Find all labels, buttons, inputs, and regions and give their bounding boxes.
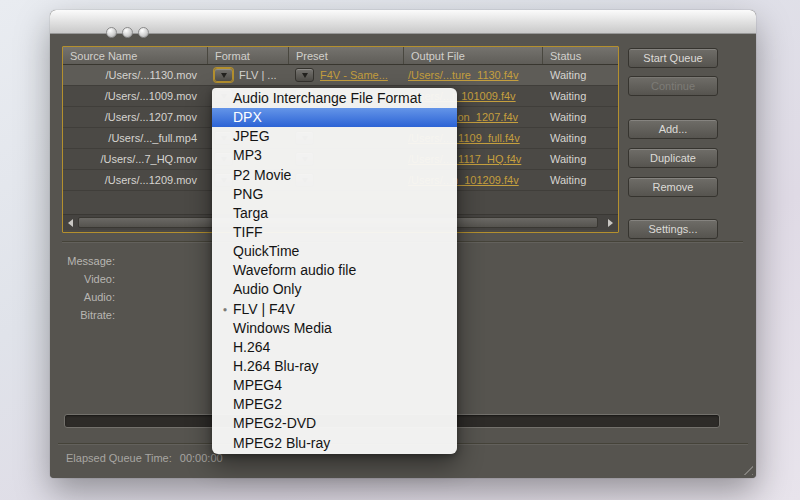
- format-menu-item-label: Targa: [233, 205, 268, 221]
- format-menu-item-label: Audio Interchange File Format: [233, 90, 421, 106]
- add-button[interactable]: Add...: [628, 119, 718, 139]
- format-menu-item-label: PNG: [233, 186, 263, 202]
- format-menu-item-label: MPEG2 Blu-ray: [233, 435, 330, 451]
- elapsed-queue-time: Elapsed Queue Time:00:00:00: [66, 452, 223, 464]
- column-header-preset[interactable]: Preset: [288, 47, 403, 64]
- format-menu-item-label: MP3: [233, 147, 262, 163]
- preset-cell: F4V - Same...: [288, 65, 403, 85]
- format-menu-item[interactable]: Windows Media: [212, 319, 457, 338]
- format-menu-item[interactable]: MPEG4: [212, 376, 457, 395]
- start-queue-button[interactable]: Start Queue: [628, 48, 718, 68]
- format-menu-item-label: FLV | F4V: [233, 301, 295, 317]
- format-menu-item-label: H.264: [233, 339, 270, 355]
- preset-dropdown-button[interactable]: [295, 68, 314, 82]
- titlebar[interactable]: [50, 10, 756, 34]
- audio-label: Audio:: [60, 291, 115, 303]
- elapsed-label: Elapsed Queue Time:: [66, 452, 172, 464]
- column-header-output-file[interactable]: Output File: [403, 47, 542, 64]
- format-menu-item-label: H.264 Blu-ray: [233, 358, 319, 374]
- minimize-button[interactable]: [122, 27, 133, 38]
- format-menu-item[interactable]: PNG: [212, 185, 457, 204]
- format-menu-item-label: MPEG2: [233, 396, 282, 412]
- format-menu-item[interactable]: Audio Only: [212, 280, 457, 299]
- format-menu-item[interactable]: DPX: [212, 108, 457, 127]
- format-menu-item[interactable]: FLV | F4V: [212, 300, 457, 319]
- format-cell: FLV | ...: [207, 65, 288, 85]
- format-menu-item[interactable]: JPEG: [212, 127, 457, 146]
- chevron-down-icon: [221, 73, 227, 78]
- format-menu-item[interactable]: H.264 Blu-ray: [212, 357, 457, 376]
- message-label: Message:: [60, 255, 115, 267]
- format-dropdown-button[interactable]: [214, 68, 233, 82]
- column-header-status[interactable]: Status: [542, 47, 618, 64]
- scroll-left-arrow-icon[interactable]: [64, 216, 77, 230]
- source-name-cell: /Users/...1209.mov: [63, 170, 207, 190]
- format-menu-item[interactable]: QuickTime: [212, 242, 457, 261]
- duplicate-button[interactable]: Duplicate: [628, 148, 718, 168]
- current-format-bullet: [218, 300, 232, 321]
- format-menu-item-label: Audio Only: [233, 281, 301, 297]
- table-header: Source Name Format Preset Output File St…: [63, 47, 618, 65]
- close-button[interactable]: [106, 27, 117, 38]
- format-menu-item-label: QuickTime: [233, 243, 299, 259]
- format-menu-item-label: JPEG: [233, 128, 270, 144]
- format-menu-item[interactable]: Targa: [212, 204, 457, 223]
- output-file-link[interactable]: /Users/...ture_1130.f4v: [408, 69, 518, 81]
- format-menu-item[interactable]: TIFF: [212, 223, 457, 242]
- format-menu-item-label: MPEG4: [233, 377, 282, 393]
- source-name-cell: /Users/...1130.mov: [63, 65, 207, 85]
- format-menu-item-label: MPEG2-DVD: [233, 415, 316, 431]
- output-file-cell: /Users/...ture_1130.f4v: [403, 65, 542, 85]
- status-cell: Waiting: [542, 107, 618, 127]
- video-label: Video:: [60, 273, 115, 285]
- status-cell: Waiting: [542, 128, 618, 148]
- zoom-button[interactable]: [138, 27, 149, 38]
- media-encoder-window: Source Name Format Preset Output File St…: [50, 10, 756, 478]
- continue-button: Continue: [628, 76, 718, 96]
- format-menu-item-label: Windows Media: [233, 320, 332, 336]
- desktop: Source Name Format Preset Output File St…: [0, 0, 800, 500]
- settings-button[interactable]: Settings...: [628, 219, 718, 239]
- scroll-right-arrow-icon[interactable]: [604, 216, 617, 230]
- format-menu-item-label: P2 Movie: [233, 167, 291, 183]
- remove-button[interactable]: Remove: [628, 177, 718, 197]
- format-menu-item[interactable]: H.264: [212, 338, 457, 357]
- bitrate-label: Bitrate:: [60, 309, 115, 321]
- format-dropdown-menu: Audio Interchange File Format DPX JPEG M…: [212, 88, 457, 454]
- format-menu-item[interactable]: Audio Interchange File Format: [212, 89, 457, 108]
- chevron-down-icon: [302, 73, 308, 78]
- source-name-cell: /Users/...1207.mov: [63, 107, 207, 127]
- format-menu-item-label: TIFF: [233, 224, 263, 240]
- status-cell: Waiting: [542, 65, 618, 85]
- source-name-cell: /Users/...7_HQ.mov: [63, 149, 207, 169]
- format-menu-item[interactable]: MPEG2: [212, 395, 457, 414]
- resize-grip-icon[interactable]: [740, 462, 753, 475]
- queue-row[interactable]: /Users/...1130.mov FLV | ... F4V - Same.…: [63, 65, 618, 86]
- status-cell: Waiting: [542, 149, 618, 169]
- status-cell: Waiting: [542, 86, 618, 106]
- column-header-format[interactable]: Format: [207, 47, 288, 64]
- format-menu-item[interactable]: P2 Movie: [212, 166, 457, 185]
- column-header-source-name[interactable]: Source Name: [63, 47, 207, 64]
- format-menu-item[interactable]: Waveform audio file: [212, 261, 457, 280]
- status-cell: Waiting: [542, 170, 618, 190]
- preset-link[interactable]: F4V - Same...: [320, 69, 388, 81]
- source-name-cell: /Users/..._full.mp4: [63, 128, 207, 148]
- format-menu-item-label: DPX: [233, 109, 262, 125]
- format-label: FLV | ...: [239, 69, 277, 81]
- format-menu-item-label: Waveform audio file: [233, 262, 356, 278]
- format-menu-item[interactable]: MPEG2-DVD: [212, 414, 457, 433]
- source-name-cell: /Users/...1009.mov: [63, 86, 207, 106]
- format-menu-item[interactable]: MP3: [212, 146, 457, 165]
- format-menu-item[interactable]: MPEG2 Blu-ray: [212, 434, 457, 453]
